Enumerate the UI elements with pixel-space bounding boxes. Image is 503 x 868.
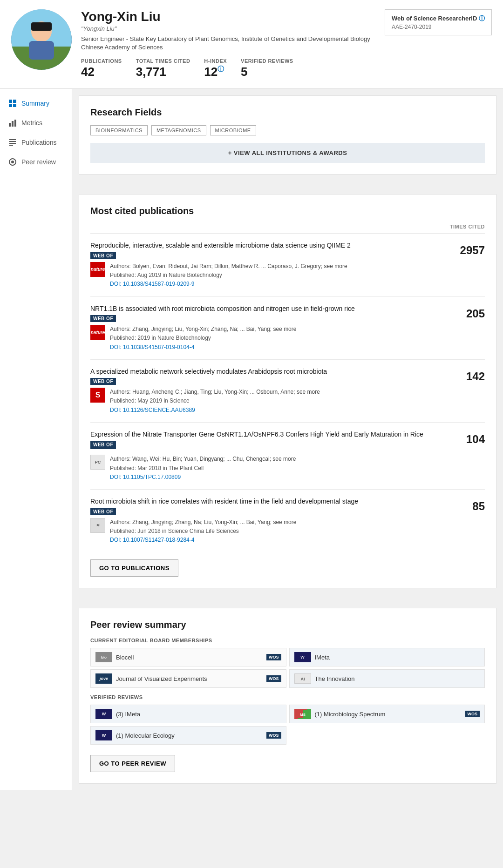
pub-badge-3: WEB OF — [90, 378, 116, 385]
review-mol-ecol-name: (1) Molecular Ecology — [116, 732, 175, 739]
stat-hindex-value: 12ⓘ — [204, 65, 227, 79]
pub-left-2: NRT1.1B is associated with root microbio… — [90, 304, 449, 352]
sidebar-item-metrics[interactable]: Metrics — [0, 113, 72, 133]
sidebar-summary-label: Summary — [21, 100, 49, 107]
pub-logo-4: PC — [90, 455, 105, 470]
editorial-label: CURRENT EDITORIAL BOARD MEMBERSHIPS — [90, 638, 485, 643]
pub-item-4: Expression of the Nitrate Transporter Ge… — [90, 422, 485, 489]
pub-left-1: Reproducible, interactive, scalable and … — [90, 241, 449, 289]
pub-meta-3: S Authors: Huang, Ancheng C.; Jiang, Tin… — [90, 388, 449, 415]
pub-badge-2: WEB OF — [90, 315, 116, 322]
pub-item-3: A specialized metabolic network selectiv… — [90, 359, 485, 422]
editorial-innovation-name: The Innovation — [315, 675, 355, 682]
hindex-info-icon[interactable]: ⓘ — [218, 66, 224, 73]
svg-rect-6 — [9, 100, 12, 103]
svg-text:MS: MS — [300, 713, 306, 717]
pub-doi-3[interactable]: DOI: 10.1126/SCIENCE.AAU6389 — [110, 406, 320, 415]
pub-doi-2[interactable]: DOI: 10.1038/S41587-019-0104-4 — [110, 343, 296, 352]
stat-cited: TOTAL TIMES CITED 3,771 — [136, 58, 190, 79]
svg-rect-5 — [31, 22, 52, 31]
summary-icon — [8, 99, 17, 108]
svg-point-18 — [11, 161, 14, 163]
avatar — [11, 9, 72, 70]
pub-details-5: Authors: Zhang, Jingying; Zhang, Na; Liu… — [110, 518, 296, 545]
peer-review-title: Peer review summary — [90, 619, 485, 630]
sidebar-item-summary[interactable]: Summary — [0, 94, 72, 113]
pub-doi-4[interactable]: DOI: 10.1105/TPC.17.00809 — [110, 473, 296, 482]
go-publications-button[interactable]: GO TO PUBLICATIONS — [90, 559, 178, 577]
svg-rect-7 — [13, 100, 16, 103]
tag-microbiome[interactable]: MICROBIOME — [210, 125, 256, 135]
review-microbio-name: (1) Microbiology Spectrum — [315, 711, 386, 718]
pub-cite-count-1: 2957 — [457, 241, 485, 257]
pub-left-4: Expression of the Nitrate Transporter Ge… — [90, 430, 449, 482]
pub-left-3: A specialized metabolic network selectiv… — [90, 367, 449, 415]
pub-title-3[interactable]: A specialized metabolic network selectiv… — [90, 367, 449, 377]
tag-bioinformatics[interactable]: BIOINFORMATICS — [90, 125, 148, 135]
pub-details-4: Authors: Wang, Wei; Hu, Bin; Yuan, Dingy… — [110, 455, 296, 482]
verified-reviews-grid: W (3) IMeta MS (1) Microbiology Spectrum… — [90, 705, 485, 745]
peer-review-icon — [8, 158, 17, 166]
stat-hindex-label: H-INDEX — [204, 58, 227, 64]
pub-item-5: Root microbiota shift in rice correlates… — [90, 489, 485, 552]
review-empty — [289, 726, 485, 745]
peer-review-card: Peer review summary CURRENT EDITORIAL BO… — [79, 608, 496, 784]
tag-metagenomics[interactable]: METAGENOMICS — [151, 125, 206, 135]
pub-details-3: Authors: Huang, Ancheng C.; Jiang, Ting;… — [110, 388, 320, 415]
pub-published-5: Published: Jun 2018 in Science China Lif… — [110, 527, 296, 536]
pub-doi-1[interactable]: DOI: 10.1038/S41587-019-0209-9 — [110, 280, 347, 289]
pub-title-2[interactable]: NRT1.1B is associated with root microbio… — [90, 304, 449, 314]
mol-ecol-wos-badge: WOS — [266, 732, 281, 739]
go-peer-review-button[interactable]: GO TO PEER REVIEW — [90, 755, 175, 772]
pub-meta-4: PC Authors: Wang, Wei; Hu, Bin; Yuan, Di… — [90, 455, 449, 482]
pub-authors-1: Authors: Bolyen, Evan; Rideout, Jai Ram;… — [110, 262, 347, 271]
svg-rect-12 — [14, 120, 16, 127]
pub-published-3: Published: May 2019 in Science — [110, 397, 320, 405]
svg-rect-15 — [9, 143, 16, 144]
pub-details-2: Authors: Zhang, Jingying; Liu, Yong-Xin;… — [110, 325, 296, 352]
editorial-biocell: bio Biocell WOS — [90, 648, 286, 666]
rid-info-icon[interactable]: ⓘ — [477, 15, 485, 22]
sidebar-item-peer-review[interactable]: Peer review — [0, 152, 72, 172]
pub-logo-5: ≋ — [90, 518, 105, 533]
profile-header: Yong-Xin Liu "Yongxin Liu" Senior Engine… — [0, 0, 503, 89]
editorial-jove-name: Journal of Visualized Experiments — [116, 675, 207, 682]
svg-rect-4 — [29, 41, 54, 60]
research-fields-title: Research Fields — [90, 107, 485, 118]
verified-label: VERIFIED REVIEWS — [90, 694, 485, 700]
section-divider-2 — [72, 595, 503, 601]
microbio-wos-badge: WOS — [465, 711, 480, 717]
pub-cite-count-2: 205 — [457, 304, 485, 320]
view-all-institutions-button[interactable]: + VIEW ALL INSTITUTIONS & AWARDS — [90, 143, 485, 163]
pub-title-5[interactable]: Root microbiota shift in rice correlates… — [90, 497, 449, 506]
researcher-id-value: AAE-2470-2019 — [392, 24, 485, 30]
editorial-biocell-name: Biocell — [116, 654, 134, 661]
pub-item-1: Reproducible, interactive, scalable and … — [90, 233, 485, 296]
pub-title-4[interactable]: Expression of the Nitrate Transporter Ge… — [90, 430, 449, 452]
profile-title: Senior Engineer - State Key Laboratory o… — [81, 35, 375, 52]
stat-publications-label: PUBLICATIONS — [81, 58, 122, 64]
logo-innovation: AI — [294, 673, 311, 684]
jove-wos-badge: WOS — [266, 675, 281, 682]
section-divider-1 — [72, 181, 503, 188]
pub-title-1[interactable]: Reproducible, interactive, scalable and … — [90, 241, 449, 250]
editorial-jove: jove Journal of Visualized Experiments W… — [90, 669, 286, 688]
sidebar-item-publications[interactable]: Publications — [0, 133, 72, 152]
review-mol-ecol: W (1) Molecular Ecology WOS — [90, 726, 286, 745]
pub-meta-5: ≋ Authors: Zhang, Jingying; Zhang, Na; L… — [90, 518, 449, 545]
metrics-icon — [8, 119, 17, 127]
stat-reviews: VERIFIED REVIEWS 5 — [241, 58, 293, 79]
pub-doi-5[interactable]: DOI: 10.1007/S11427-018-9284-4 — [110, 536, 296, 545]
stat-reviews-label: VERIFIED REVIEWS — [241, 58, 293, 64]
pub-authors-4: Authors: Wang, Wei; Hu, Bin; Yuan, Dingy… — [110, 455, 296, 464]
pub-logo-2: nature — [90, 325, 105, 340]
sidebar-metrics-label: Metrics — [21, 119, 42, 127]
publications-icon — [8, 138, 17, 147]
times-cited-header: TIMES CITED — [90, 224, 485, 229]
research-fields-card: Research Fields BIOINFORMATICS METAGENOM… — [79, 95, 496, 175]
pub-left-5: Root microbiota shift in rice correlates… — [90, 497, 449, 545]
logo-mol-ecol: W — [95, 730, 112, 740]
pub-badge-4-inline: WEB OF — [90, 441, 116, 449]
most-cited-card: Most cited publications TIMES CITED Repr… — [79, 194, 496, 588]
svg-rect-16 — [9, 145, 13, 146]
